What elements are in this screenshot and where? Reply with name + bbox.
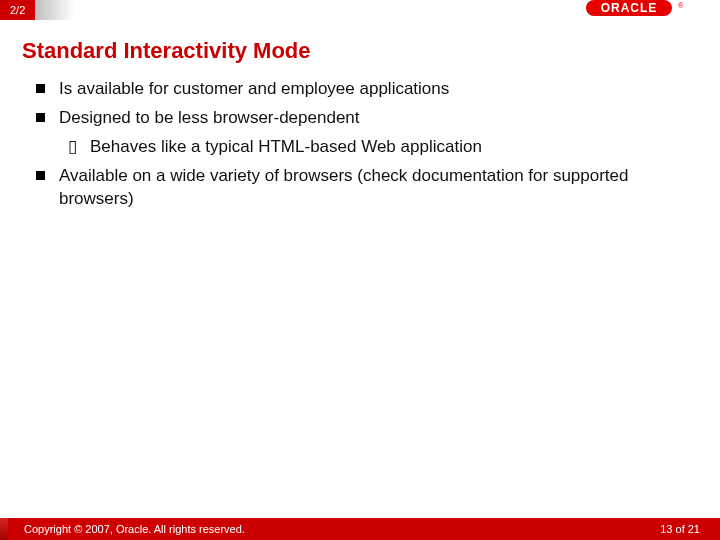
square-bullet-icon — [36, 84, 45, 93]
tab-shadow — [35, 0, 75, 20]
square-bullet-icon — [36, 113, 45, 122]
oracle-logo-text: ORACLE — [601, 1, 658, 15]
footer-bar: Copyright © 2007, Oracle. All rights res… — [0, 518, 720, 540]
logo-wrap: ORACLE ® — [586, 0, 720, 20]
bullet-text: Behaves like a typical HTML-based Web ap… — [90, 136, 482, 159]
svg-text:®: ® — [678, 2, 684, 9]
bullet-item: ▯Behaves like a typical HTML-based Web a… — [64, 136, 680, 159]
slide-counter-tab: 2/2 — [0, 0, 35, 20]
bullet-item: Is available for customer and employee a… — [36, 78, 680, 101]
bullet-item: Designed to be less browser-dependent — [36, 107, 680, 130]
square-bullet-icon — [36, 171, 45, 180]
bullet-text: Designed to be less browser-dependent — [59, 107, 360, 130]
sub-bullet-icon: ▯ — [64, 136, 80, 159]
bullet-text: Is available for customer and employee a… — [59, 78, 449, 101]
oracle-logo-icon: ORACLE ® — [586, 0, 696, 20]
page-indicator: 13 of 21 — [660, 523, 700, 535]
slide-counter: 2/2 — [10, 4, 25, 16]
bullet-text: Available on a wide variety of browsers … — [59, 165, 680, 211]
bullet-item: Available on a wide variety of browsers … — [36, 165, 680, 211]
footer-decoration — [0, 518, 8, 540]
header-band: 2/2 ORACLE ® — [0, 0, 720, 20]
slide-title: Standard Interactivity Mode — [22, 38, 720, 64]
copyright-text: Copyright © 2007, Oracle. All rights res… — [24, 523, 245, 535]
slide-body: Is available for customer and employee a… — [36, 78, 680, 211]
